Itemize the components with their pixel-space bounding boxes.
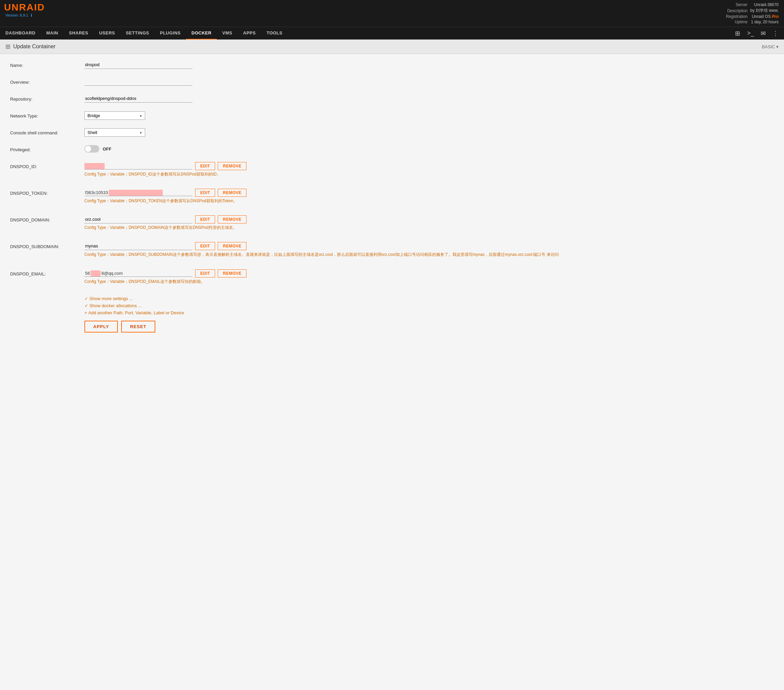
registration-label: Registration xyxy=(725,14,749,19)
dnspod-id-edit-button[interactable]: EDIT xyxy=(195,162,215,170)
console-shell-label: Console shell command: xyxy=(10,128,84,135)
nav-plugins[interactable]: PLUGINS xyxy=(155,27,186,40)
form-row-repository: Repository: xyxy=(10,94,774,105)
dnspod-token-section: f363c10533 EDIT REMOVE Config Type：Varia… xyxy=(84,189,774,204)
plus-icon: + xyxy=(84,310,87,315)
server-info: Server Unraid-38670 Description by 刘学培 w… xyxy=(725,2,780,25)
dnspod-email-section: 56 8@qq.com EDIT REMOVE Config Type：Vari… xyxy=(84,269,774,285)
privileged-toggle[interactable] xyxy=(84,145,99,153)
privileged-value: OFF xyxy=(103,147,111,152)
nav-icons: ⊞ >_ ✉ ⋮ xyxy=(730,28,784,39)
dnspod-domain-input-row: EDIT REMOVE xyxy=(84,216,774,224)
nav-icon-terminal[interactable]: >_ xyxy=(744,28,757,39)
top-header: UNRAID Version: 6.9.1 ℹ Server Unraid-38… xyxy=(0,0,784,27)
dnspod-id-section: EDIT REMOVE Config Type：Variable；DNSPOD_… xyxy=(84,162,774,177)
nav-settings[interactable]: SETTINGS xyxy=(120,27,155,40)
console-shell-select[interactable]: Shell Bash sh xyxy=(84,128,145,137)
dnspod-token-edit-button[interactable]: EDIT xyxy=(195,189,215,197)
privileged-label: Privileged: xyxy=(10,145,84,152)
dnspod-email-redacted xyxy=(91,270,100,277)
name-input[interactable] xyxy=(84,61,193,69)
apply-button[interactable]: APPLY xyxy=(84,321,118,333)
page-mode[interactable]: BASIC ▾ xyxy=(762,44,779,49)
nav-icon-message[interactable]: ✉ xyxy=(758,28,769,39)
form-row-dnspod-domain: DNSPOD_DOMAIN: EDIT REMOVE Config Type：V… xyxy=(10,216,774,236)
dnspod-domain-remove-button[interactable]: REMOVE xyxy=(218,216,247,224)
nav-icon-monitor[interactable]: ⊞ xyxy=(732,28,743,39)
form-row-dnspod-email: DNSPOD_EMAIL: 56 8@qq.com EDIT REMOVE Co… xyxy=(10,269,774,290)
repository-label: Repository: xyxy=(10,94,84,102)
dnspod-subdomain-label: DNSPOD_SUBDOMAIN: xyxy=(10,242,84,249)
dnspod-id-remove-button[interactable]: REMOVE xyxy=(218,162,247,170)
form-row-privileged: Privileged: OFF xyxy=(10,145,774,156)
name-control xyxy=(84,61,774,69)
repository-input[interactable] xyxy=(84,94,193,103)
dnspod-email-input-wrapper: 56 8@qq.com xyxy=(84,270,193,277)
overview-label: Overview: xyxy=(10,77,84,85)
add-device-link[interactable]: + Add another Path, Port, Variable, Labe… xyxy=(84,310,774,315)
nav-icon-more[interactable]: ⋮ xyxy=(770,28,781,39)
info-icon[interactable]: ℹ xyxy=(31,13,32,17)
name-label: Name: xyxy=(10,61,84,68)
network-type-control: Bridge Host None Custom xyxy=(84,111,774,120)
nav-vms[interactable]: VMS xyxy=(217,27,238,40)
dnspod-email-edit-button[interactable]: EDIT xyxy=(195,269,215,277)
show-more-settings-link[interactable]: ✓ Show more settings ... xyxy=(84,296,774,301)
dnspod-subdomain-hint: Config Type：Variable；DNSPOD_SUBDOMAIN这个参… xyxy=(84,252,774,258)
dnspod-token-hint: Config Type：Variable；DNSPOD_TOKEN这个参数填写从… xyxy=(84,198,774,204)
dnspod-domain-edit-button[interactable]: EDIT xyxy=(195,216,215,224)
dnspod-subdomain-remove-button[interactable]: REMOVE xyxy=(218,242,247,250)
dnspod-domain-label: DNSPOD_DOMAIN: xyxy=(10,216,84,222)
overview-input[interactable] xyxy=(84,77,193,86)
nav-docker[interactable]: DOCKER xyxy=(186,27,217,40)
dnspod-subdomain-input[interactable] xyxy=(84,242,193,250)
dnspod-domain-input[interactable] xyxy=(84,216,193,224)
network-type-select[interactable]: Bridge Host None Custom xyxy=(84,111,145,120)
privileged-control: OFF xyxy=(84,145,774,153)
console-shell-control: Shell Bash sh xyxy=(84,128,774,137)
server-label: Server xyxy=(725,2,749,7)
dnspod-domain-hint: Config Type：Variable；DNSPOD_DOMAIN这个参数填写… xyxy=(84,225,774,231)
version: Version: 6.9.1 ℹ xyxy=(4,13,45,18)
dnspod-token-label: DNSPOD_TOKEN: xyxy=(10,189,84,196)
dnspod-subdomain-edit-button[interactable]: EDIT xyxy=(195,242,215,250)
form-row-network-type: Network Type: Bridge Host None Custom xyxy=(10,111,774,122)
dnspod-email-control: 56 8@qq.com EDIT REMOVE Config Type：Vari… xyxy=(84,269,774,290)
dnspod-token-control: f363c10533 EDIT REMOVE Config Type：Varia… xyxy=(84,189,774,209)
form-row-dnspod-token: DNSPOD_TOKEN: f363c10533 EDIT REMOVE Con… xyxy=(10,189,774,209)
nav-shares[interactable]: SHARES xyxy=(63,27,94,40)
server-value: Unraid-38670 xyxy=(749,2,780,7)
nav-dashboard[interactable]: DASHBOARD xyxy=(0,27,41,40)
page-title-bar: ⊞ Update Container BASIC ▾ xyxy=(0,40,784,54)
dnspod-token-remove-button[interactable]: REMOVE xyxy=(218,189,247,197)
nav-users[interactable]: USERS xyxy=(94,27,120,40)
nav-tools[interactable]: TOOLS xyxy=(261,27,288,40)
dnspod-subdomain-control: EDIT REMOVE Config Type：Variable；DNSPOD_… xyxy=(84,242,774,263)
dnspod-id-hint: Config Type：Variable；DNSPOD_ID这个参数填写从DNS… xyxy=(84,171,774,177)
main-content: Name: Overview: Repository: Network Type… xyxy=(0,54,784,690)
network-type-label: Network Type: xyxy=(10,111,84,119)
nav-apps[interactable]: APPS xyxy=(238,27,261,40)
uptime-label: Uptime xyxy=(725,19,749,25)
dnspod-subdomain-input-row: EDIT REMOVE xyxy=(84,242,774,250)
page-title-left: ⊞ Update Container xyxy=(5,43,55,50)
dnspod-email-input-row: 56 8@qq.com EDIT REMOVE xyxy=(84,269,774,277)
dnspod-domain-control: EDIT REMOVE Config Type：Variable；DNSPOD_… xyxy=(84,216,774,236)
console-shell-wrapper: Shell Bash sh xyxy=(84,128,145,137)
nav-bar: DASHBOARD MAIN SHARES USERS SETTINGS PLU… xyxy=(0,27,784,40)
page-title: Update Container xyxy=(13,44,55,49)
dnspod-email-remove-button[interactable]: REMOVE xyxy=(218,269,247,277)
dnspod-domain-section: EDIT REMOVE Config Type：Variable；DNSPOD_… xyxy=(84,216,774,231)
show-docker-allocations-link[interactable]: ✓ Show docker allocations ... xyxy=(84,303,774,308)
form-row-dnspod-id: DNSPOD_ID: EDIT REMOVE Config Type：Varia… xyxy=(10,162,774,183)
dnspod-email-label: DNSPOD_EMAIL: xyxy=(10,269,84,277)
nav-main[interactable]: MAIN xyxy=(41,27,63,40)
dnspod-token-prefix: f363c10533 xyxy=(84,189,109,196)
dnspod-id-input-wrapper xyxy=(84,163,193,170)
extra-links: ✓ Show more settings ... ✓ Show docker a… xyxy=(84,296,774,315)
dnspod-subdomain-section: EDIT REMOVE Config Type：Variable；DNSPOD_… xyxy=(84,242,774,258)
chevron-down-icon: ✓ xyxy=(84,296,88,301)
reset-button[interactable]: RESET xyxy=(121,321,155,333)
dnspod-email-hint: Config Type：Variable；DNSPOD_EMAIL这个参数填写你… xyxy=(84,279,774,285)
form-row-console-shell: Console shell command: Shell Bash sh xyxy=(10,128,774,139)
